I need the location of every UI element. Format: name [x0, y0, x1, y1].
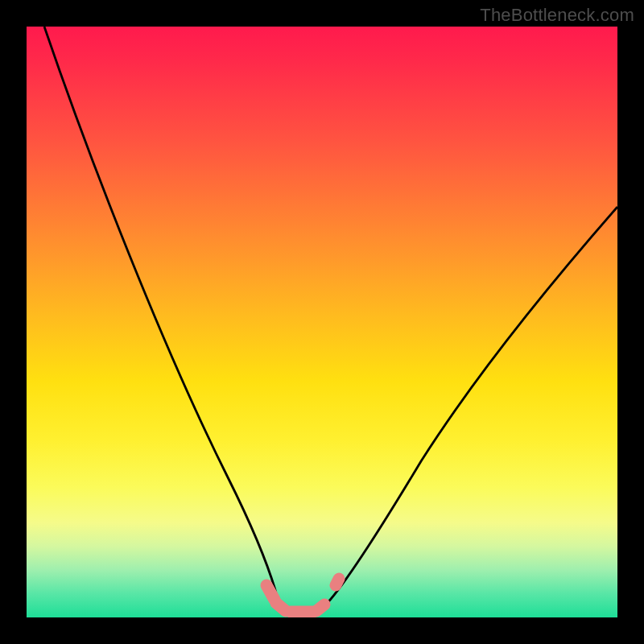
chart-frame: TheBottleneck.com: [0, 0, 644, 644]
watermark-text: TheBottleneck.com: [480, 5, 634, 26]
chart-gradient-background: [27, 27, 617, 617]
